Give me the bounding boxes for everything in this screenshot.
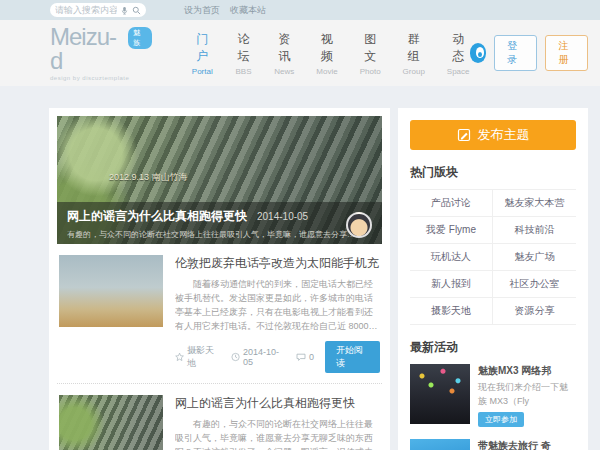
activity-item: 魅族MX3 网络邦 现在我们来介绍一下魅族 MX3（Fly 立即参加 — [410, 364, 576, 427]
content-card: 2012.9.13 南山竹海 网上的谣言为什么比真相跑得更快 2014-10-0… — [49, 108, 390, 450]
nav-news[interactable]: 资讯 News — [274, 31, 294, 76]
star-icon — [175, 352, 184, 362]
nav-portal[interactable]: 门户 Portal — [192, 31, 213, 76]
latest-activities-title: 最新活动 — [410, 339, 576, 356]
article-row: 网上的谣言为什么比真相跑得更快 有趣的，与众不同的论断在社交网络上往往最吸引人气… — [57, 384, 382, 450]
nav-space[interactable]: 动态 Space — [447, 31, 470, 76]
search-icon[interactable] — [132, 6, 141, 15]
nav-bbs[interactable]: 论坛 BBS — [235, 31, 253, 76]
article-title[interactable]: 网上的谣言为什么比真相跑得更快 — [175, 395, 380, 412]
activity-image[interactable]: 带魅族 去旅行 — [410, 439, 470, 450]
site-logo[interactable]: Meizu-d 魅族 design by discuztemplate — [50, 25, 152, 81]
article-thumbnail[interactable] — [59, 395, 163, 450]
join-now-button[interactable]: 立即参加 — [478, 412, 524, 427]
register-button[interactable]: 注册 — [545, 35, 588, 71]
hot-section-link[interactable]: 社区办公室 — [493, 271, 576, 298]
main: 2012.9.13 南山竹海 网上的谣言为什么比真相跑得更快 2014-10-0… — [0, 86, 600, 450]
hot-section-link[interactable]: 魅友家大本营 — [493, 190, 576, 217]
hero-title[interactable]: 网上的谣言为什么比真相跑得更快 — [67, 208, 247, 225]
comment-icon — [296, 352, 306, 362]
hot-sections-title: 热门版块 — [410, 164, 576, 181]
sidebar: 发布主题 热门版块 产品讨论 魅友家大本营 我爱 Flyme 科技前沿 玩机达人… — [398, 108, 588, 450]
qq-login-icon[interactable] — [470, 43, 487, 63]
hot-section-link[interactable]: 新人报到 — [410, 271, 493, 298]
header-actions: 登录 注册 — [470, 35, 588, 71]
article-thumbnail[interactable] — [59, 255, 163, 327]
hero-overlay: 网上的谣言为什么比真相跑得更快 2014-10-05 有趣的，与众不同的论断在社… — [57, 202, 382, 244]
hot-section-link[interactable]: 玩机达人 — [410, 244, 493, 271]
article-title[interactable]: 伦敦把废弃电话亭改造为太阳能手机充 — [175, 255, 380, 272]
search-input[interactable] — [55, 5, 117, 15]
hot-section-link[interactable]: 科技前沿 — [493, 217, 576, 244]
nav-group[interactable]: 群组 Group — [403, 31, 425, 76]
hot-section-link[interactable]: 魅友广场 — [493, 244, 576, 271]
article-meta: 摄影天地 2014-10-05 0 开始阅读 — [175, 341, 380, 373]
activity-title[interactable]: 魅族MX3 网络邦 — [478, 364, 576, 378]
hot-section-link[interactable]: 产品讨论 — [410, 190, 493, 217]
publish-topic-button[interactable]: 发布主题 — [410, 120, 576, 150]
hot-section-link[interactable]: 资源分享 — [493, 298, 576, 325]
logo-badge: 魅族 — [128, 27, 151, 49]
article-excerpt: 随着移动通信时代的到来，固定电话大都已经被手机替代。发达国家更是如此，许多城市的… — [175, 278, 380, 334]
header: Meizu-d 魅族 design by discuztemplate 门户 P… — [0, 20, 600, 86]
article-comment-count: 0 — [309, 352, 314, 362]
bookmark-site-link[interactable]: 收藏本站 — [230, 4, 266, 17]
hero-slide[interactable]: 2012.9.13 南山竹海 网上的谣言为什么比真相跑得更快 2014-10-0… — [57, 116, 382, 244]
clock-icon — [231, 352, 240, 362]
hero-photo-watermark: 2012.9.13 南山竹海 — [109, 171, 188, 184]
read-more-button[interactable]: 开始阅读 — [325, 341, 380, 373]
topbar: 设为首页 收藏本站 — [0, 0, 600, 20]
login-button[interactable]: 登录 — [494, 35, 537, 71]
hero-author-avatar[interactable] — [346, 212, 372, 238]
main-nav: 门户 Portal 论坛 BBS 资讯 News 视频 Movie 图文 Pho… — [192, 31, 470, 76]
article-row: 伦敦把废弃电话亭改造为太阳能手机充 随着移动通信时代的到来，固定电话大都已经被手… — [57, 244, 382, 384]
logo-subtitle: design by discuztemplate — [50, 75, 152, 81]
topbar-links: 设为首页 收藏本站 — [184, 4, 266, 17]
hot-sections-grid: 产品讨论 魅友家大本营 我爱 Flyme 科技前沿 玩机达人 魅友广场 新人报到… — [410, 189, 576, 325]
nav-movie[interactable]: 视频 Movie — [316, 31, 337, 76]
activity-description: 现在我们来介绍一下魅族 MX3（Fly — [478, 381, 576, 408]
search-box[interactable] — [50, 3, 146, 17]
hero-excerpt: 有趣的，与众不同的论断在社交网络上往往最吸引人气，毕竟嘛，谁愿意去分享无聊乏味的… — [67, 229, 357, 240]
nav-photo[interactable]: 图文 Photo — [360, 31, 381, 76]
article-date: 2014-10-05 — [243, 347, 285, 367]
sidebar-top-card: 发布主题 热门版块 产品讨论 魅友家大本营 我爱 Flyme 科技前沿 玩机达人… — [398, 108, 588, 450]
activity-item: 带魅族 去旅行 带魅族去旅行 奇 十一假期就要来了，整整七天假 立即参加 — [410, 439, 576, 450]
logo-text: Meizu-d — [50, 25, 125, 73]
hot-section-link[interactable]: 我爱 Flyme — [410, 217, 493, 244]
pencil-icon — [457, 128, 471, 142]
article-excerpt: 有趣的，与众不同的论断在社交网络上往往最吸引人气，毕竟嘛，谁愿意去分享无聊乏味的… — [175, 418, 380, 450]
hero-date: 2014-10-05 — [257, 211, 308, 222]
article-category[interactable]: 摄影天地 — [187, 344, 220, 370]
activity-title[interactable]: 带魅族去旅行 奇 — [478, 439, 576, 450]
hot-section-link[interactable]: 摄影天地 — [410, 298, 493, 325]
set-homepage-link[interactable]: 设为首页 — [184, 4, 220, 17]
activity-image[interactable] — [410, 364, 470, 424]
microphone-icon[interactable] — [120, 6, 129, 15]
